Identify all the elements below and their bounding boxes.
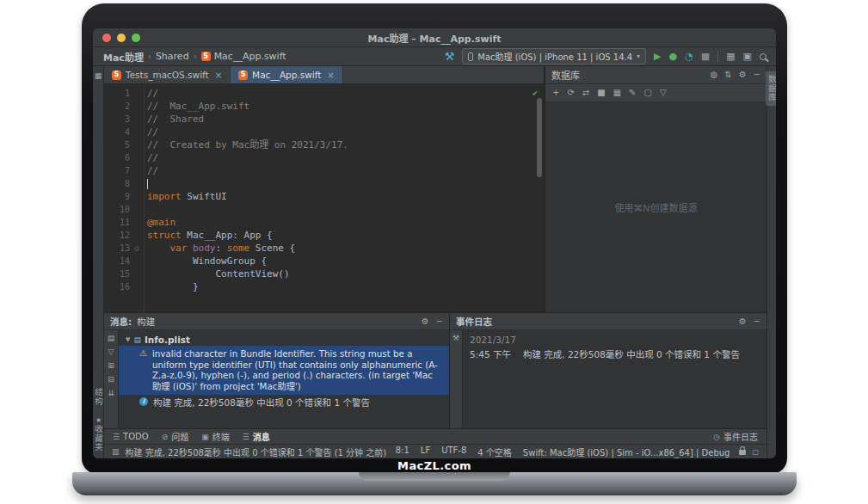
toolwindow-button-messages[interactable]: ☰消息 <box>243 430 270 443</box>
tree-node-infoplist[interactable]: ▼ ▤ Info.plist <box>119 333 449 346</box>
line-number: 7 <box>104 164 130 177</box>
filter-icon[interactable]: ▽ <box>660 89 667 97</box>
minimize-icon[interactable]: − <box>754 317 760 326</box>
build-info-row[interactable]: i 构建 完成, 22秒508毫秒 中出现 0 个错误和 1 个警告 <box>119 395 449 409</box>
stop-icon[interactable]: ■ <box>597 89 605 97</box>
run-configuration-selector[interactable]: Mac助理 (iOS) | iPhone 11 | iOS 14.4 ▾ <box>462 48 646 65</box>
line-number: 5 <box>104 138 130 151</box>
table-icon[interactable]: ▦ <box>613 89 621 97</box>
breadcrumb-item-0[interactable]: Mac助理 <box>103 50 144 64</box>
gear-icon[interactable]: ⚙ <box>739 71 747 79</box>
editor-scrollbar[interactable] <box>537 98 542 177</box>
editor-tab[interactable]: STests_macOS.swift× <box>104 66 231 83</box>
event-log-toolwindow-button[interactable]: ◷ 事件日志 <box>713 430 758 443</box>
sync-icon[interactable]: ⇄ <box>582 89 589 97</box>
status-item-3[interactable]: 4 个空格 <box>477 446 512 458</box>
window-controls: ▦▣ <box>726 52 752 61</box>
lock-icon[interactable] <box>739 450 746 455</box>
stop-icon[interactable]: ■ <box>701 52 710 61</box>
event-log-time: 5:45 下午 <box>470 347 511 360</box>
minimize-window-button[interactable] <box>117 34 126 42</box>
toolwindow-button-problems[interactable]: ⊘问题 <box>162 430 189 443</box>
toolwindow-button-favorites[interactable]: ★收藏夹 <box>93 416 104 452</box>
status-item-4[interactable]: Swift: Mac助理 (iOS) | Sim - iO...x86_64] … <box>523 446 730 458</box>
override-gutter-icon[interactable]: ○ <box>130 242 144 255</box>
messages-header-icons: ⚙− <box>422 317 443 326</box>
close-window-button[interactable] <box>102 34 111 42</box>
code-line: 11@main <box>104 216 544 229</box>
refresh-icon[interactable]: ⟳ <box>567 89 574 97</box>
zoom-window-button[interactable] <box>132 34 140 42</box>
database-toolwindow-button[interactable]: 数据库 <box>766 71 776 106</box>
scroll-to-end-icon[interactable]: ⇊ <box>108 390 114 397</box>
event-log-button-label: 事件日志 <box>723 430 758 443</box>
toolwindow-button-todo[interactable]: ☰TODO <box>113 432 149 441</box>
toolwindow-button-structure[interactable]: 结构 <box>93 388 104 406</box>
line-number: 9 <box>104 190 130 203</box>
gutter-space <box>130 229 144 242</box>
build-hammer-icon[interactable]: ⚒ <box>445 51 455 62</box>
code-line: 12struct Mac__App: App { <box>104 229 544 242</box>
traffic-lights <box>102 34 140 42</box>
chevron-down-icon[interactable]: ▼ <box>126 336 130 343</box>
database-panel: 数据库 ◍⇅⚙− +⟳⇄■▦✎▢▽ 使用⌘N创建数据源 <box>545 66 766 312</box>
editor-tab[interactable]: SMac__App.swift× <box>231 66 343 83</box>
minimize-icon[interactable]: − <box>436 317 443 326</box>
edit-icon[interactable]: ✎ <box>629 89 636 97</box>
event-log-entry: 5:45 下午 构建 完成, 22秒508毫秒 中出现 0 个错误和 1 个警告 <box>470 347 760 360</box>
left-strip-bottom: 结构★收藏夹 <box>93 388 103 452</box>
line-number: 12 <box>104 229 130 242</box>
debug-icon[interactable]: ● <box>669 52 678 61</box>
collapse-all-icon[interactable]: ⊟ <box>108 376 114 384</box>
close-tab-icon[interactable]: × <box>327 71 334 80</box>
run-icon[interactable]: ▶ <box>654 52 661 61</box>
database-empty-text: 使用⌘N创建数据源 <box>614 200 697 214</box>
event-log-icon: ◷ <box>713 433 720 441</box>
build-warning-row[interactable]: ⚠ invalid character in Bundle Identifier… <box>119 346 449 395</box>
build-messages-tree: ▼ ▤ Info.plist ⚠ invalid character in Bu… <box>119 330 449 428</box>
status-bar: ▥ 构建 完成, 22秒508毫秒 中出现 0 个错误和 1 个警告 (1 分钟… <box>104 444 766 458</box>
filter-icon[interactable]: ▽ <box>108 348 114 356</box>
close-tab-icon[interactable]: × <box>215 71 222 80</box>
web-icon[interactable]: ◍ <box>711 71 718 79</box>
minimize-icon[interactable]: − <box>754 71 760 79</box>
event-log-message: 构建 完成, 22秒508毫秒 中出现 0 个错误和 1 个警告 <box>523 347 740 360</box>
event-log-content: 2021/3/17 5:45 下午 构建 完成, 22秒508毫秒 中出现 0 … <box>463 330 766 428</box>
status-item-2[interactable]: UTF-8 <box>441 446 466 458</box>
breadcrumb-separator: › <box>148 52 151 61</box>
messages-body: ▤▽⊞⊟⇊ ▼ ▤ Info.plist ⚠ invalid character… <box>104 330 449 428</box>
breadcrumb: Mac助理›Shared›SMac__App.swift <box>103 50 286 64</box>
status-item-0[interactable]: 8:1 <box>396 446 409 458</box>
breadcrumb-item-2[interactable]: SMac__App.swift <box>201 51 286 62</box>
add-data-source-icon[interactable]: + <box>552 89 559 97</box>
profile-icon[interactable]: ◔ <box>685 52 693 61</box>
expand-all-icon[interactable]: ⊞ <box>108 362 114 370</box>
messages-scope-tab[interactable]: 构建 <box>137 315 155 328</box>
sort-icon[interactable]: ⇅ <box>724 71 731 79</box>
layout-icon[interactable]: ▦ <box>726 52 735 61</box>
project-toolwindow-button[interactable]: ▦ <box>95 71 102 80</box>
status-item-1[interactable]: LF <box>421 446 430 458</box>
toolwindow-left: ☰TODO⊘问题▣终端☰消息 <box>113 430 270 443</box>
gutter-space <box>130 216 144 229</box>
toolwindow-button-terminal[interactable]: ▣终端 <box>201 430 230 443</box>
workspace: ▦ 结构★收藏夹 STests_macOS.swift×SMac__App.sw… <box>93 66 776 458</box>
breadcrumb-item-1[interactable]: Shared <box>156 51 189 62</box>
console-icon[interactable]: ▢ <box>643 89 651 97</box>
background-tasks-icon[interactable]: ▥ <box>112 447 120 456</box>
line-number: 13 <box>104 242 130 255</box>
gear-icon[interactable]: ⚙ <box>422 317 429 326</box>
gear-icon[interactable]: ⚙ <box>739 317 747 326</box>
line-number: 6 <box>104 151 130 164</box>
toolwindow-bar: ☰TODO⊘问题▣终端☰消息 ◷ 事件日志 <box>104 428 766 444</box>
softwrap-icon[interactable]: ▤ <box>108 335 115 342</box>
messages-panel-title: 消息: <box>110 315 132 328</box>
code-editor[interactable]: 1//2// Mac__App.swift3// Shared4//5// Cr… <box>104 84 544 312</box>
messages-toolbar: ▤▽⊞⊟⇊ <box>104 330 119 428</box>
search-icon[interactable] <box>760 53 766 60</box>
code-line: 16 } <box>104 280 544 293</box>
wrench-icon[interactable]: ⚒ <box>452 335 459 342</box>
editor-mode-icon[interactable]: ▣ <box>743 52 752 61</box>
messages-panel: 消息: 构建 ⚙− ▤▽⊞⊟⇊ ▼ ▤ Info.plist <box>104 313 450 428</box>
event-log-toolbar: ⚒ <box>450 330 463 428</box>
